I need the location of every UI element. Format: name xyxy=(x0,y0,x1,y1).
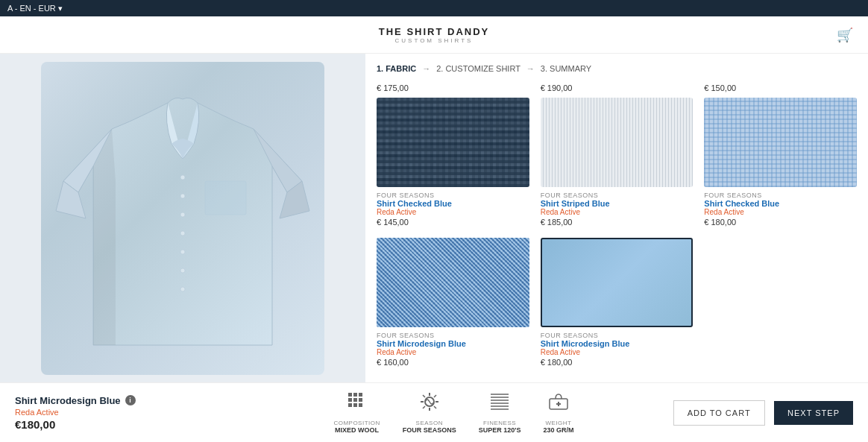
svg-point-0 xyxy=(180,175,185,180)
composition-icon xyxy=(347,391,368,417)
selected-fabric-name: Shirt Microdesign Blue xyxy=(15,395,121,406)
locale-selector[interactable]: A - EN - EUR ▾ xyxy=(7,4,63,13)
fabric-swatch-4[interactable] xyxy=(541,238,694,327)
fabric-name-4[interactable]: Shirt Microdesign Blue xyxy=(541,339,694,348)
shirt-image xyxy=(41,62,324,375)
svg-rect-12 xyxy=(353,398,357,402)
fabric-price-2: € 150,00 xyxy=(704,80,857,94)
fineness-value: SUPER 120'S xyxy=(479,426,521,434)
fabric-brand-2: Reda Active xyxy=(704,208,857,216)
right-panel: 1. FABRIC → 2. CUSTOMIZE SHIRT → 3. SUMM… xyxy=(365,54,868,382)
prop-season: SEASON FOUR SEASONS xyxy=(403,391,456,434)
svg-rect-11 xyxy=(348,398,352,402)
season-value: FOUR SEASONS xyxy=(403,426,456,434)
fabric-item-price-4: € 180,00 xyxy=(541,358,694,367)
fabric-price-1: € 190,00 xyxy=(541,80,694,94)
info-icon[interactable]: i xyxy=(125,395,136,405)
composition-value: MIXED WOOL xyxy=(335,426,379,434)
main-layout: 1. FABRIC → 2. CUSTOMIZE SHIRT → 3. SUMM… xyxy=(0,54,868,382)
weight-value: 230 GR/M xyxy=(543,426,573,434)
prop-composition: COMPOSITION MIXED WOOL xyxy=(333,391,380,434)
fabric-item-price-1: € 185,00 xyxy=(541,218,694,227)
fabric-season-0: Four Seasons xyxy=(377,192,529,199)
composition-label: COMPOSITION xyxy=(333,420,380,426)
fabric-item-4[interactable]: Four Seasons Shirt Microdesign Blue Reda… xyxy=(541,238,694,367)
svg-point-1 xyxy=(180,194,185,198)
svg-rect-16 xyxy=(359,403,362,407)
top-nav: A - EN - EUR ▾ xyxy=(0,0,868,16)
fabric-name-3[interactable]: Shirt Microdesign Blue xyxy=(377,339,529,348)
season-icon xyxy=(419,391,440,417)
fineness-icon xyxy=(489,391,510,417)
cart-icon[interactable]: 🛒 xyxy=(837,27,853,43)
fabric-brand-3: Reda Active xyxy=(377,348,529,356)
steps-bar: 1. FABRIC → 2. CUSTOMIZE SHIRT → 3. SUMM… xyxy=(377,54,857,80)
fabric-item-price-0: € 145,00 xyxy=(377,218,529,227)
fabric-item-1[interactable]: Four Seasons Shirt Striped Blue Reda Act… xyxy=(541,98,694,227)
fabric-name-2[interactable]: Shirt Checked Blue xyxy=(704,199,857,208)
prop-fineness: FINENESS SUPER 120'S xyxy=(479,391,521,434)
fabric-season-2: Four Seasons xyxy=(704,192,857,199)
add-to-cart-button[interactable]: ADD TO CART xyxy=(673,400,765,426)
svg-rect-7 xyxy=(205,181,246,215)
selected-fabric-title: Shirt Microdesign Blue i xyxy=(15,395,234,406)
weight-icon xyxy=(548,391,569,417)
arrow-1: → xyxy=(422,64,430,73)
fabric-item-0[interactable]: Four Seasons Shirt Checked Blue Reda Act… xyxy=(377,98,529,227)
svg-rect-15 xyxy=(353,403,357,407)
fabric-price-0: € 175,00 xyxy=(377,80,529,94)
svg-rect-10 xyxy=(359,393,362,397)
selected-fabric-price: €180,00 xyxy=(15,418,234,431)
header: THE SHIRT DANDY CUSTOM SHIRTS 🛒 xyxy=(0,16,868,54)
action-buttons: ADD TO CART NEXT STEP xyxy=(673,400,853,426)
season-label: SEASON xyxy=(416,420,443,426)
fabric-swatch-1[interactable] xyxy=(541,98,694,187)
fineness-label: FINENESS xyxy=(483,420,516,426)
fabric-season-4: Four Seasons xyxy=(541,332,694,339)
fabric-brand-4: Reda Active xyxy=(541,348,694,356)
fabric-season-3: Four Seasons xyxy=(377,332,529,339)
svg-rect-9 xyxy=(353,393,357,397)
fabric-item-price-2: € 180,00 xyxy=(704,218,857,227)
svg-point-3 xyxy=(180,231,185,236)
brand-sub: CUSTOM SHIRTS xyxy=(379,37,489,44)
step-3[interactable]: 3. SUMMARY xyxy=(541,64,591,73)
fabric-swatch-3[interactable] xyxy=(377,238,529,327)
svg-rect-13 xyxy=(359,398,362,402)
svg-point-2 xyxy=(180,212,185,217)
step-2[interactable]: 2. CUSTOMIZE SHIRT xyxy=(436,64,521,73)
fabric-grid: Four Seasons Shirt Checked Blue Reda Act… xyxy=(377,98,857,374)
step-1[interactable]: 1. FABRIC xyxy=(377,64,416,73)
fabric-item-price-3: € 160,00 xyxy=(377,358,529,367)
fabric-name-1[interactable]: Shirt Striped Blue xyxy=(541,199,694,208)
fabric-brand-1: Reda Active xyxy=(541,208,694,216)
fabric-item-2[interactable]: Four Seasons Shirt Checked Blue Reda Act… xyxy=(704,98,857,227)
fabric-properties: COMPOSITION MIXED WOOL SEASON FOUR SEASO… xyxy=(234,391,673,434)
weight-label: WEIGHT xyxy=(545,420,571,426)
svg-point-5 xyxy=(180,268,185,273)
shirt-preview-panel xyxy=(0,54,365,382)
fabric-season-1: Four Seasons xyxy=(541,192,694,199)
selected-fabric-info: Shirt Microdesign Blue i Reda Active €18… xyxy=(15,395,234,431)
svg-point-4 xyxy=(180,250,185,254)
fabric-name-0[interactable]: Shirt Checked Blue xyxy=(377,199,529,208)
svg-rect-8 xyxy=(348,393,352,397)
logo: THE SHIRT DANDY CUSTOM SHIRTS xyxy=(379,26,489,44)
fabric-brand-0: Reda Active xyxy=(377,208,529,216)
bottom-bar: Shirt Microdesign Blue i Reda Active €18… xyxy=(0,382,868,442)
arrow-2: → xyxy=(526,64,535,73)
fabric-swatch-0[interactable] xyxy=(377,98,529,187)
selected-fabric-brand: Reda Active xyxy=(15,408,234,417)
svg-rect-14 xyxy=(348,403,352,407)
price-row: € 175,00 € 190,00 € 150,00 xyxy=(377,80,857,94)
brand-name: THE SHIRT DANDY xyxy=(379,26,489,37)
fabric-item-3[interactable]: Four Seasons Shirt Microdesign Blue Reda… xyxy=(377,238,529,367)
fabric-swatch-2[interactable] xyxy=(704,98,857,187)
next-step-button[interactable]: NEXT STEP xyxy=(774,401,853,425)
svg-point-6 xyxy=(180,287,185,291)
prop-weight: WEIGHT 230 GR/M xyxy=(543,391,573,434)
